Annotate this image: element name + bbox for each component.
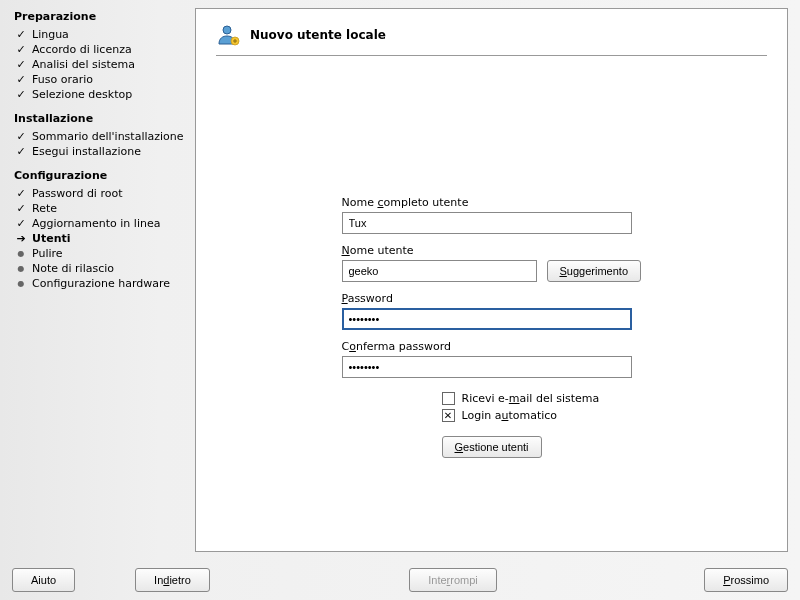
sidebar-step: Password di root <box>14 186 195 201</box>
receive-mail-label: Ricevi e-mail del sistema <box>462 392 600 405</box>
auto-login-row[interactable]: Login automatico <box>442 409 642 422</box>
panel-title: Nuovo utente locale <box>250 28 386 42</box>
check-icon <box>14 202 28 215</box>
receive-mail-checkbox[interactable] <box>442 392 455 405</box>
svg-point-0 <box>223 26 231 34</box>
sidebar-step-label: Rete <box>32 202 57 215</box>
check-icon <box>14 73 28 86</box>
sidebar-step: Fuso orario <box>14 72 195 87</box>
button-bar: Aiuto Indietro Interrompi Prossimo <box>0 560 800 600</box>
sidebar-step: Sommario dell'installazione <box>14 129 195 144</box>
sidebar-section-title: Installazione <box>14 112 195 125</box>
abort-button: Interrompi <box>409 568 497 592</box>
check-icon <box>14 88 28 101</box>
sidebar-step-label: Accordo di licenza <box>32 43 132 56</box>
confirm-password-input[interactable] <box>342 356 632 378</box>
check-icon <box>14 187 28 200</box>
sidebar-step: Aggiornamento in linea <box>14 216 195 231</box>
password-input[interactable] <box>342 308 632 330</box>
panel-header: Nuovo utente locale <box>216 23 767 56</box>
check-icon <box>14 58 28 71</box>
next-button[interactable]: Prossimo <box>704 568 788 592</box>
sidebar-step-label: Analisi del sistema <box>32 58 135 71</box>
sidebar-step: Rete <box>14 201 195 216</box>
sidebar-step-label: Pulire <box>32 247 63 260</box>
sidebar-step: Selezione desktop <box>14 87 195 102</box>
check-icon <box>14 43 28 56</box>
sidebar-step: Esegui installazione <box>14 144 195 159</box>
sidebar-step-label: Selezione desktop <box>32 88 132 101</box>
sidebar-step: Lingua <box>14 27 195 42</box>
main-panel: Nuovo utente locale Nome completo utente… <box>195 8 788 552</box>
auto-login-label: Login automatico <box>462 409 558 422</box>
sidebar-step-label: Lingua <box>32 28 69 41</box>
sidebar-step-label: Configurazione hardware <box>32 277 170 290</box>
check-icon <box>14 217 28 230</box>
installer-sidebar: PreparazioneLinguaAccordo di licenzaAnal… <box>0 0 195 560</box>
sidebar-step-label: Utenti <box>32 232 71 245</box>
sidebar-section-title: Preparazione <box>14 10 195 23</box>
bullet-icon <box>14 264 28 273</box>
check-icon <box>14 28 28 41</box>
sidebar-step-label: Esegui installazione <box>32 145 141 158</box>
confirm-password-label: Conferma password <box>342 340 642 353</box>
sidebar-step: Pulire <box>14 246 195 261</box>
check-icon <box>14 145 28 158</box>
sidebar-step: Note di rilascio <box>14 261 195 276</box>
arrow-icon <box>14 232 28 245</box>
sidebar-step-label: Aggiornamento in linea <box>32 217 160 230</box>
bullet-icon <box>14 249 28 258</box>
fullname-input[interactable] <box>342 212 632 234</box>
username-input[interactable] <box>342 260 537 282</box>
help-button[interactable]: Aiuto <box>12 568 75 592</box>
sidebar-step-label: Fuso orario <box>32 73 93 86</box>
sidebar-step: Utenti <box>14 231 195 246</box>
user-management-button[interactable]: Gestione utenti <box>442 436 542 458</box>
sidebar-step-label: Note di rilascio <box>32 262 114 275</box>
username-label: Nome utente <box>342 244 642 257</box>
sidebar-step-label: Password di root <box>32 187 122 200</box>
sidebar-step-label: Sommario dell'installazione <box>32 130 184 143</box>
receive-mail-row[interactable]: Ricevi e-mail del sistema <box>442 392 642 405</box>
user-add-icon <box>216 23 240 47</box>
user-form: Nome completo utente Nome utente Suggeri… <box>342 196 642 458</box>
bullet-icon <box>14 279 28 288</box>
sidebar-step: Configurazione hardware <box>14 276 195 291</box>
auto-login-checkbox[interactable] <box>442 409 455 422</box>
back-button[interactable]: Indietro <box>135 568 210 592</box>
sidebar-section-title: Configurazione <box>14 169 195 182</box>
password-label: Password <box>342 292 642 305</box>
sidebar-step: Accordo di licenza <box>14 42 195 57</box>
sidebar-step: Analisi del sistema <box>14 57 195 72</box>
check-icon <box>14 130 28 143</box>
suggest-button[interactable]: Suggerimento <box>547 260 642 282</box>
fullname-label: Nome completo utente <box>342 196 642 209</box>
